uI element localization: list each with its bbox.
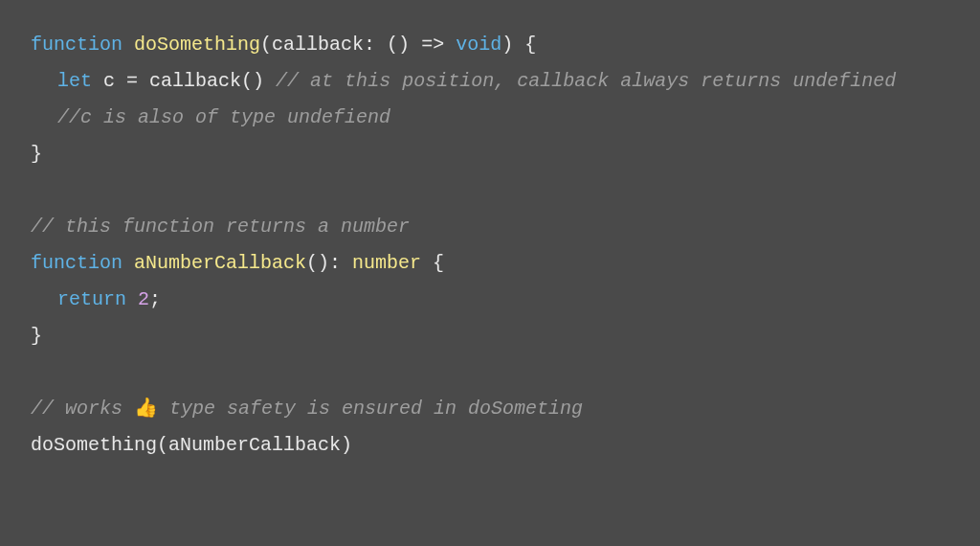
- space: [444, 34, 456, 56]
- function-name: doSomething: [134, 34, 260, 56]
- call-fn-name: doSomething: [31, 434, 157, 456]
- keyword-function: function: [31, 252, 122, 274]
- blank-line: [31, 172, 949, 209]
- code-line-7: function aNumberCallback(): number {: [31, 245, 949, 282]
- comment: // works 👍 type safety is ensured in doS…: [31, 398, 583, 420]
- space: [122, 34, 134, 56]
- code-line-6: // this function returns a number: [31, 209, 949, 245]
- semicolon: ;: [149, 288, 161, 310]
- equals: =: [115, 70, 149, 92]
- code-line-3: //c is also of type undefiend: [31, 100, 949, 136]
- number-literal: 2: [138, 288, 149, 310]
- close-paren: ): [501, 34, 513, 56]
- comment-text-pre: // works: [31, 398, 134, 420]
- space: [264, 70, 276, 92]
- comment-text-post: type safety is ensured in doSometing: [158, 398, 583, 420]
- colon: :: [329, 252, 352, 274]
- comment: // at this position, callback always ret…: [276, 70, 896, 92]
- space: [92, 70, 103, 92]
- call-expr: callback(): [149, 70, 264, 92]
- code-line-12: doSomething(aNumberCallback): [31, 427, 949, 464]
- blank-line: [31, 354, 949, 391]
- comment: // this function returns a number: [31, 216, 410, 238]
- code-line-2: let c = callback() // at this position, …: [31, 63, 949, 100]
- thumbs-up-icon: 👍: [134, 398, 158, 420]
- var-name: c: [103, 70, 115, 92]
- arrow: =>: [421, 34, 444, 56]
- space: [126, 288, 138, 310]
- parens: (): [306, 252, 329, 274]
- code-line-1: function doSomething(callback: () => voi…: [31, 27, 949, 63]
- call-arg: aNumberCallback: [168, 434, 341, 456]
- open-brace: {: [513, 34, 536, 56]
- function-name: aNumberCallback: [134, 252, 306, 274]
- open-paren: (: [157, 434, 168, 456]
- colon: :: [364, 34, 387, 56]
- code-block: function doSomething(callback: () => voi…: [31, 27, 949, 464]
- code-line-4: }: [31, 136, 949, 172]
- keyword-function: function: [31, 34, 122, 56]
- space: [122, 252, 134, 274]
- arrow-parens: (): [387, 34, 421, 56]
- comment: //c is also of type undefiend: [57, 106, 390, 128]
- param-name: callback: [272, 34, 364, 56]
- close-paren: ): [341, 434, 352, 456]
- keyword-return: return: [57, 288, 126, 310]
- code-line-11: // works 👍 type safety is ensured in doS…: [31, 391, 949, 427]
- close-brace: }: [31, 325, 42, 347]
- type-annotation: number: [352, 252, 421, 274]
- open-brace: {: [421, 252, 444, 274]
- keyword-let: let: [57, 70, 92, 92]
- code-line-9: }: [31, 318, 949, 354]
- close-brace: }: [31, 143, 42, 165]
- keyword-void: void: [456, 34, 501, 56]
- open-paren: (: [260, 34, 272, 56]
- code-line-8: return 2;: [31, 282, 949, 318]
